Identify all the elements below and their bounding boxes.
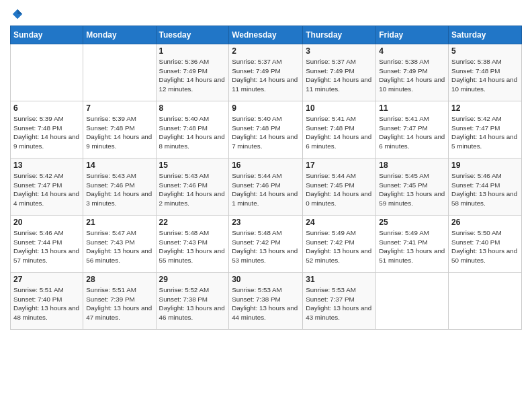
day-info: Sunrise: 5:44 AM Sunset: 7:46 PM Dayligh… <box>232 171 300 208</box>
day-info: Sunrise: 5:41 AM Sunset: 7:48 PM Dayligh… <box>306 114 373 151</box>
day-number: 18 <box>379 161 445 170</box>
calendar-cell <box>83 44 156 101</box>
calendar-cell: 11Sunrise: 5:41 AM Sunset: 7:47 PM Dayli… <box>376 101 449 158</box>
day-number: 17 <box>306 161 373 170</box>
day-info: Sunrise: 5:51 AM Sunset: 7:39 PM Dayligh… <box>86 285 152 322</box>
day-info: Sunrise: 5:48 AM Sunset: 7:43 PM Dayligh… <box>159 228 226 265</box>
calendar-cell: 17Sunrise: 5:44 AM Sunset: 7:45 PM Dayli… <box>303 158 376 216</box>
day-info: Sunrise: 5:51 AM Sunset: 7:40 PM Dayligh… <box>13 285 80 322</box>
day-number: 23 <box>232 218 300 227</box>
calendar: SundayMondayTuesdayWednesdayThursdayFrid… <box>10 26 522 330</box>
day-number: 7 <box>86 103 152 113</box>
day-number: 20 <box>13 218 80 227</box>
day-info: Sunrise: 5:48 AM Sunset: 7:42 PM Dayligh… <box>232 228 300 265</box>
day-number: 24 <box>306 218 373 227</box>
calendar-cell: 31Sunrise: 5:53 AM Sunset: 7:37 PM Dayli… <box>303 273 376 330</box>
day-number: 16 <box>232 161 300 170</box>
weekday-header: Sunday <box>11 26 83 44</box>
day-info: Sunrise: 5:46 AM Sunset: 7:44 PM Dayligh… <box>13 228 80 265</box>
day-info: Sunrise: 5:37 AM Sunset: 7:49 PM Dayligh… <box>232 57 300 94</box>
day-number: 11 <box>379 103 445 113</box>
day-number: 2 <box>232 46 300 56</box>
calendar-cell: 4Sunrise: 5:38 AM Sunset: 7:49 PM Daylig… <box>376 44 449 101</box>
weekday-header: Saturday <box>449 26 522 44</box>
calendar-week-row: 20Sunrise: 5:46 AM Sunset: 7:44 PM Dayli… <box>11 216 522 273</box>
calendar-cell: 9Sunrise: 5:40 AM Sunset: 7:48 PM Daylig… <box>229 101 303 158</box>
day-info: Sunrise: 5:40 AM Sunset: 7:48 PM Dayligh… <box>159 114 226 151</box>
calendar-cell <box>376 273 449 330</box>
calendar-cell: 7Sunrise: 5:39 AM Sunset: 7:48 PM Daylig… <box>83 101 156 158</box>
calendar-cell: 21Sunrise: 5:47 AM Sunset: 7:43 PM Dayli… <box>83 216 156 273</box>
weekday-header: Friday <box>376 26 449 44</box>
day-number: 14 <box>86 161 152 170</box>
day-info: Sunrise: 5:47 AM Sunset: 7:43 PM Dayligh… <box>86 228 152 265</box>
weekday-header: Wednesday <box>229 26 303 44</box>
day-number: 12 <box>451 103 519 113</box>
day-info: Sunrise: 5:43 AM Sunset: 7:46 PM Dayligh… <box>159 171 226 208</box>
day-number: 10 <box>306 103 373 113</box>
day-number: 26 <box>451 218 519 227</box>
day-info: Sunrise: 5:53 AM Sunset: 7:38 PM Dayligh… <box>232 285 300 322</box>
calendar-cell: 1Sunrise: 5:36 AM Sunset: 7:49 PM Daylig… <box>156 44 229 101</box>
day-number: 9 <box>232 103 300 113</box>
day-info: Sunrise: 5:52 AM Sunset: 7:38 PM Dayligh… <box>159 285 226 322</box>
day-info: Sunrise: 5:39 AM Sunset: 7:48 PM Dayligh… <box>86 114 152 151</box>
calendar-cell: 29Sunrise: 5:52 AM Sunset: 7:38 PM Dayli… <box>156 273 229 330</box>
day-number: 19 <box>451 161 519 170</box>
logo-icon <box>11 8 24 20</box>
calendar-cell: 28Sunrise: 5:51 AM Sunset: 7:39 PM Dayli… <box>83 273 156 330</box>
day-info: Sunrise: 5:49 AM Sunset: 7:42 PM Dayligh… <box>306 228 373 265</box>
day-info: Sunrise: 5:45 AM Sunset: 7:45 PM Dayligh… <box>379 171 445 208</box>
calendar-cell: 23Sunrise: 5:48 AM Sunset: 7:42 PM Dayli… <box>229 216 303 273</box>
svg-marker-1 <box>17 9 22 14</box>
calendar-cell: 19Sunrise: 5:46 AM Sunset: 7:44 PM Dayli… <box>449 158 522 216</box>
day-number: 29 <box>159 275 226 284</box>
day-info: Sunrise: 5:50 AM Sunset: 7:40 PM Dayligh… <box>451 228 519 265</box>
day-number: 15 <box>159 161 226 170</box>
day-number: 22 <box>159 218 226 227</box>
calendar-cell: 14Sunrise: 5:43 AM Sunset: 7:46 PM Dayli… <box>83 158 156 216</box>
day-number: 5 <box>451 46 519 56</box>
calendar-week-row: 6Sunrise: 5:39 AM Sunset: 7:48 PM Daylig… <box>11 101 522 158</box>
day-number: 30 <box>232 275 300 284</box>
header <box>10 7 522 20</box>
calendar-cell: 20Sunrise: 5:46 AM Sunset: 7:44 PM Dayli… <box>11 216 83 273</box>
day-number: 3 <box>306 46 373 56</box>
day-info: Sunrise: 5:42 AM Sunset: 7:47 PM Dayligh… <box>451 114 519 151</box>
day-info: Sunrise: 5:36 AM Sunset: 7:49 PM Dayligh… <box>159 57 226 94</box>
calendar-cell: 27Sunrise: 5:51 AM Sunset: 7:40 PM Dayli… <box>11 273 83 330</box>
day-number: 1 <box>159 46 226 56</box>
day-info: Sunrise: 5:40 AM Sunset: 7:48 PM Dayligh… <box>232 114 300 151</box>
day-info: Sunrise: 5:42 AM Sunset: 7:47 PM Dayligh… <box>13 171 80 208</box>
calendar-cell: 16Sunrise: 5:44 AM Sunset: 7:46 PM Dayli… <box>229 158 303 216</box>
calendar-cell: 3Sunrise: 5:37 AM Sunset: 7:49 PM Daylig… <box>303 44 376 101</box>
calendar-week-row: 13Sunrise: 5:42 AM Sunset: 7:47 PM Dayli… <box>11 158 522 216</box>
day-number: 28 <box>86 275 152 284</box>
calendar-cell: 12Sunrise: 5:42 AM Sunset: 7:47 PM Dayli… <box>449 101 522 158</box>
day-number: 6 <box>13 103 80 113</box>
calendar-cell: 10Sunrise: 5:41 AM Sunset: 7:48 PM Dayli… <box>303 101 376 158</box>
weekday-header: Monday <box>83 26 156 44</box>
day-info: Sunrise: 5:53 AM Sunset: 7:37 PM Dayligh… <box>306 285 373 322</box>
calendar-cell: 2Sunrise: 5:37 AM Sunset: 7:49 PM Daylig… <box>229 44 303 101</box>
calendar-cell: 6Sunrise: 5:39 AM Sunset: 7:48 PM Daylig… <box>11 101 83 158</box>
calendar-cell: 5Sunrise: 5:38 AM Sunset: 7:48 PM Daylig… <box>449 44 522 101</box>
day-number: 8 <box>159 103 226 113</box>
day-number: 13 <box>13 161 80 170</box>
calendar-cell <box>449 273 522 330</box>
day-number: 27 <box>13 275 80 284</box>
day-info: Sunrise: 5:37 AM Sunset: 7:49 PM Dayligh… <box>306 57 373 94</box>
page: SundayMondayTuesdayWednesdayThursdayFrid… <box>0 0 532 411</box>
calendar-cell <box>11 44 83 101</box>
calendar-week-row: 1Sunrise: 5:36 AM Sunset: 7:49 PM Daylig… <box>11 44 522 101</box>
calendar-cell: 22Sunrise: 5:48 AM Sunset: 7:43 PM Dayli… <box>156 216 229 273</box>
calendar-cell: 8Sunrise: 5:40 AM Sunset: 7:48 PM Daylig… <box>156 101 229 158</box>
day-number: 4 <box>379 46 445 56</box>
calendar-header: SundayMondayTuesdayWednesdayThursdayFrid… <box>11 26 522 44</box>
day-info: Sunrise: 5:38 AM Sunset: 7:49 PM Dayligh… <box>379 57 445 94</box>
day-number: 31 <box>306 275 373 284</box>
calendar-cell: 25Sunrise: 5:49 AM Sunset: 7:41 PM Dayli… <box>376 216 449 273</box>
day-number: 25 <box>379 218 445 227</box>
calendar-cell: 26Sunrise: 5:50 AM Sunset: 7:40 PM Dayli… <box>449 216 522 273</box>
day-number: 21 <box>86 218 152 227</box>
